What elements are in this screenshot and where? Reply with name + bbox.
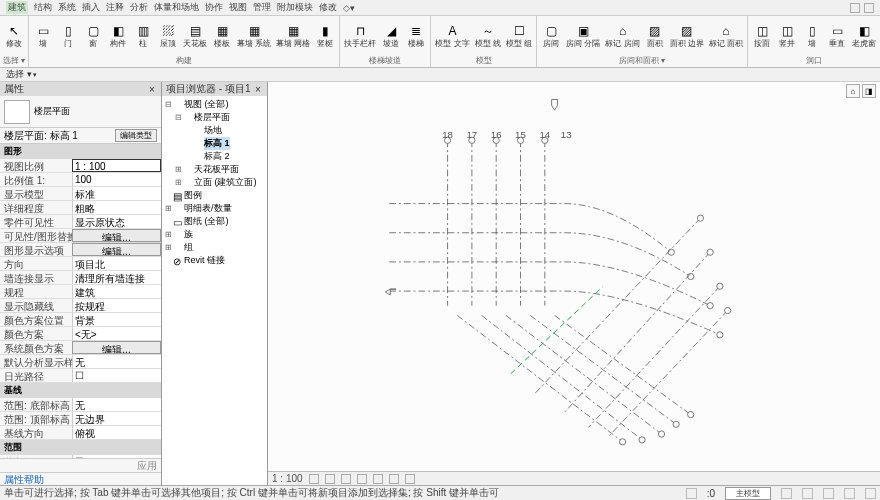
drawing-area[interactable]: 181716 151413	[268, 82, 880, 471]
min-icon[interactable]	[850, 3, 860, 13]
menu-annotate[interactable]: 注释	[106, 1, 124, 14]
workset-filter[interactable]: 主模型	[725, 487, 771, 500]
close-icon[interactable]: ×	[253, 84, 263, 95]
type-selector[interactable]: 楼层平面	[34, 105, 157, 118]
scale-display[interactable]: 1 : 100	[272, 473, 303, 484]
ribbon-标记房间[interactable]: ⌂标记 房间	[603, 17, 641, 55]
tree-node[interactable]: ⊞立面 (建筑立面)	[162, 176, 267, 189]
tree-node[interactable]: ⊞明细表/数量	[162, 202, 267, 215]
view-canvas[interactable]: ⌂ ◨	[268, 82, 880, 485]
close-icon[interactable]: ×	[147, 84, 157, 95]
tree-node[interactable]: 标高 2	[162, 150, 267, 163]
tree-node[interactable]: ⊞组	[162, 241, 267, 254]
menu-manage[interactable]: 管理	[253, 1, 271, 14]
tree-node[interactable]: 场地	[162, 124, 267, 137]
ribbon-墙[interactable]: ▭墙	[31, 17, 55, 55]
max-icon[interactable]	[864, 3, 874, 13]
detail-icon[interactable]	[309, 474, 319, 484]
home-icon[interactable]: ⌂	[846, 84, 860, 98]
menu-massing[interactable]: 体量和场地	[154, 1, 199, 14]
ribbon-天花板[interactable]: ▤天花板	[181, 17, 209, 55]
menu-insert[interactable]: 插入	[82, 1, 100, 14]
reveal-icon[interactable]	[405, 474, 415, 484]
menu-collab[interactable]: 协作	[205, 1, 223, 14]
ribbon-窗[interactable]: ▢窗	[81, 17, 105, 55]
ribbon-屋顶[interactable]: ⛆屋顶	[156, 17, 180, 55]
hide-icon[interactable]	[389, 474, 399, 484]
prop-row[interactable]: 零件可见性显示原状态	[0, 215, 161, 229]
prop-row[interactable]: 规程建筑	[0, 285, 161, 299]
ribbon-幕墙网格[interactable]: ▦幕墙 网格	[274, 17, 312, 55]
ribbon-楼梯[interactable]: ≣楼梯	[404, 17, 428, 55]
tree-node[interactable]: ⊞天花板平面	[162, 163, 267, 176]
prop-row[interactable]: 墙连接显示清理所有墙连接	[0, 271, 161, 285]
tree-node[interactable]: ▭图纸 (全部)	[162, 215, 267, 228]
prop-row[interactable]: 显示隐藏线按规程	[0, 299, 161, 313]
props-help-link[interactable]: 属性帮助	[4, 474, 44, 485]
prop-row[interactable]: 显示模型标准	[0, 187, 161, 201]
prop-row[interactable]: 可见性/图形替换编辑...	[0, 229, 161, 243]
ribbon-模型文字[interactable]: A模型 文字	[433, 17, 471, 55]
ribbon-幕墙系统[interactable]: ▦幕墙 系统	[235, 17, 273, 55]
menu-modify[interactable]: 修改	[319, 1, 337, 14]
ribbon-柱[interactable]: ▥柱	[131, 17, 155, 55]
ribbon-扶手栏杆[interactable]: ⊓扶手栏杆	[342, 17, 378, 55]
prop-row[interactable]: 方向项目北	[0, 257, 161, 271]
ribbon-坡道[interactable]: ◢坡道	[379, 17, 403, 55]
tree-node[interactable]: ⊟楼层平面	[162, 111, 267, 124]
tree-node[interactable]: ⊞族	[162, 228, 267, 241]
cube-icon[interactable]: ◨	[862, 84, 876, 98]
prop-row[interactable]: 颜色方案<无>	[0, 327, 161, 341]
menu-addins[interactable]: 附加模块	[277, 1, 313, 14]
crop-icon[interactable]	[373, 474, 383, 484]
ribbon-房间分隔[interactable]: ▣房间 分隔	[564, 17, 602, 55]
ribbon-垂直[interactable]: ▭垂直	[825, 17, 849, 55]
tree-node[interactable]: 标高 1	[162, 137, 267, 150]
menu-systems[interactable]: 系统	[58, 1, 76, 14]
prop-row[interactable]: 详细程度粗略	[0, 201, 161, 215]
menu-architecture[interactable]: 建筑	[6, 1, 28, 14]
ribbon-标记面积[interactable]: ⌂标记 面积	[707, 17, 745, 55]
ribbon-门[interactable]: ▯门	[56, 17, 80, 55]
style-icon[interactable]	[325, 474, 335, 484]
ribbon-模型组[interactable]: ☐模型 组	[504, 17, 534, 55]
apply-button[interactable]: 应用	[137, 459, 157, 473]
ribbon-竖井[interactable]: ◫竖井	[775, 17, 799, 55]
prop-row[interactable]: 范围: 顶部标高无边界	[0, 412, 161, 426]
prop-row[interactable]: 范围: 底部标高无	[0, 398, 161, 412]
ribbon-构件[interactable]: ◧构件	[106, 17, 130, 55]
ribbon-老虎窗[interactable]: ◧老虎窗	[850, 17, 878, 55]
prop-row[interactable]: 图形显示选项编辑...	[0, 243, 161, 257]
prop-row[interactable]: 视图比例1 : 100	[0, 159, 161, 173]
modify-tool[interactable]: ↖修改	[2, 17, 26, 55]
ribbon-面积[interactable]: ▨面积	[643, 17, 667, 55]
ribbon-按面[interactable]: ◫按面	[750, 17, 774, 55]
filter-icon[interactable]	[781, 488, 792, 499]
menu-analyze[interactable]: 分析	[130, 1, 148, 14]
ribbon-面积边界[interactable]: ▨面积 边界	[668, 17, 706, 55]
menu-extra[interactable]: ◇▾	[343, 3, 355, 13]
select-icon[interactable]	[686, 488, 697, 499]
prop-row[interactable]: 比例值 1:100	[0, 173, 161, 187]
ribbon-楼板[interactable]: ▦楼板	[210, 17, 234, 55]
menu-structure[interactable]: 结构	[34, 1, 52, 14]
ribbon-墙[interactable]: ▯墙	[800, 17, 824, 55]
browser-tree[interactable]: ⊟视图 (全部)⊟楼层平面场地标高 1标高 2⊞天花板平面⊞立面 (建筑立面)▤…	[162, 96, 267, 485]
sel4-icon[interactable]	[865, 488, 876, 499]
sel2-icon[interactable]	[823, 488, 834, 499]
tree-node[interactable]: ⊘Revit 链接	[162, 254, 267, 267]
tree-node[interactable]: ⊟视图 (全部)	[162, 98, 267, 111]
ribbon-房间[interactable]: ▢房间	[539, 17, 563, 55]
ribbon-竖梃[interactable]: ▮竖梃	[313, 17, 337, 55]
sel1-icon[interactable]	[802, 488, 813, 499]
select-dropdown[interactable]: 选择 ▾	[6, 68, 37, 81]
sun-icon[interactable]	[341, 474, 351, 484]
prop-row[interactable]: 系统颜色方案编辑...	[0, 341, 161, 355]
ribbon-模型线[interactable]: ～模型 线	[473, 17, 503, 55]
shadow-icon[interactable]	[357, 474, 367, 484]
tree-node[interactable]: ▤图例	[162, 189, 267, 202]
prop-row[interactable]: 颜色方案位置背景	[0, 313, 161, 327]
edit-type-button[interactable]: 编辑类型	[115, 129, 157, 142]
sel3-icon[interactable]	[844, 488, 855, 499]
prop-row[interactable]: 基线方向俯视	[0, 426, 161, 440]
